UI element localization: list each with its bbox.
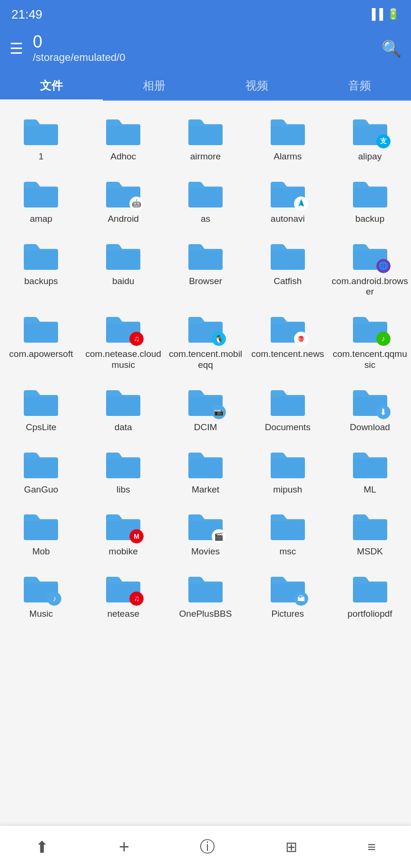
folder-item-com-android-browser[interactable]: 🌐com.android.browser bbox=[329, 230, 411, 304]
tab-files[interactable]: 文件 bbox=[0, 71, 103, 100]
folder-item-as[interactable]: as bbox=[165, 168, 247, 230]
folder-item-browser[interactable]: Browser bbox=[165, 230, 247, 304]
folder-item-movies[interactable]: 🎬Movies bbox=[165, 501, 247, 563]
folder-item-msc[interactable]: msc bbox=[246, 501, 329, 563]
status-icons: ▐▐ 🔋 bbox=[368, 8, 400, 20]
folder-icon bbox=[20, 111, 62, 149]
folder-item-airmore[interactable]: airmore bbox=[165, 106, 247, 168]
folder-icon bbox=[102, 111, 145, 149]
folder-name: msc bbox=[279, 546, 296, 557]
folder-item-android[interactable]: 🤖Android bbox=[82, 168, 165, 230]
folder-icon bbox=[20, 506, 62, 544]
folder-icon bbox=[20, 309, 62, 347]
folder-name: backup bbox=[355, 214, 384, 225]
folder-item-adhoc[interactable]: Adhoc bbox=[82, 106, 165, 168]
grid-button[interactable]: ⊞ bbox=[285, 838, 297, 855]
menu-icon[interactable]: ☰ bbox=[10, 39, 23, 58]
folder-name: Adhoc bbox=[110, 151, 136, 162]
folder-item-netease[interactable]: ♫netease bbox=[82, 563, 165, 625]
folder-item-alarms[interactable]: Alarms bbox=[246, 106, 329, 168]
folder-item-ganguo[interactable]: GanGuo bbox=[0, 439, 82, 501]
folder-item-com-netease-cloudmusic[interactable]: ♫com.netease.cloudmusic bbox=[82, 303, 165, 376]
folder-badge: ♪ bbox=[376, 332, 391, 346]
folder-item-amap[interactable]: amap bbox=[0, 168, 82, 230]
folder-item-com-apowersoft[interactable]: com.apowersoft bbox=[0, 303, 82, 376]
folder-item-backup[interactable]: backup bbox=[329, 168, 411, 230]
folder-name: libs bbox=[117, 484, 130, 495]
folder-badge: 🏔 bbox=[294, 592, 308, 606]
tab-audio[interactable]: 音频 bbox=[308, 71, 411, 100]
folder-name: com.tencent.news bbox=[251, 349, 324, 360]
folder-name: MSDK bbox=[357, 546, 383, 557]
folder-icon: 🎬 bbox=[184, 506, 227, 544]
add-button[interactable]: + bbox=[119, 837, 129, 857]
folder-item-com-tencent-news[interactable]: 腾讯 com.tencent.news bbox=[246, 303, 329, 376]
up-button[interactable]: ⬆ bbox=[35, 838, 49, 857]
folder-item-portfoliopdf[interactable]: portfoliopdf bbox=[329, 563, 411, 625]
folder-icon bbox=[266, 506, 309, 544]
folder-item-libs[interactable]: libs bbox=[82, 439, 165, 501]
header-title-block: 0 /storage/emulated/0 bbox=[33, 33, 125, 64]
folder-badge: 腾讯 bbox=[294, 332, 308, 346]
folder-item-cpslite[interactable]: CpsLite bbox=[0, 376, 82, 439]
folder-item-oneplusbbs[interactable]: OnePlusBBS bbox=[165, 563, 247, 625]
folder-item-mob[interactable]: Mob bbox=[0, 501, 82, 563]
status-bar: 21:49 ▐▐ 🔋 bbox=[0, 0, 411, 29]
folder-icon bbox=[102, 236, 145, 274]
folder-badge bbox=[294, 197, 308, 211]
folder-item-com-tencent-mobileqq[interactable]: 🐧com.tencent.mobileqq bbox=[165, 303, 247, 376]
folder-icon bbox=[102, 444, 145, 483]
folder-item-dcim[interactable]: 📷DCIM bbox=[165, 376, 247, 439]
folder-item-documents[interactable]: Documents bbox=[246, 376, 329, 439]
folder-name: Mob bbox=[32, 546, 50, 557]
list-button[interactable]: ≡ bbox=[368, 839, 376, 855]
folder-item-data[interactable]: data bbox=[82, 376, 165, 439]
header: ☰ 0 /storage/emulated/0 🔍 bbox=[0, 29, 411, 71]
folder-badge: 支 bbox=[376, 134, 391, 148]
tab-albums[interactable]: 相册 bbox=[103, 71, 206, 100]
folder-item-backups[interactable]: backups bbox=[0, 230, 82, 304]
battery-icon: 🔋 bbox=[387, 8, 400, 20]
folder-item-pictures[interactable]: 🏔Pictures bbox=[246, 563, 329, 625]
folder-name: Download bbox=[350, 422, 390, 433]
folder-item-alipay[interactable]: 支alipay bbox=[329, 106, 411, 168]
folder-item-1[interactable]: 1 bbox=[0, 106, 82, 168]
folder-icon bbox=[20, 174, 62, 212]
folder-item-music[interactable]: ♪Music bbox=[0, 563, 82, 625]
folder-badge: ⬇ bbox=[376, 405, 391, 419]
folder-item-com-tencent-qqmusic[interactable]: ♪com.tencent.qqmusic bbox=[329, 303, 411, 376]
folder-item-ml[interactable]: ML bbox=[329, 439, 411, 501]
folder-name: backups bbox=[24, 276, 58, 287]
folder-icon bbox=[349, 506, 391, 544]
folder-name: com.netease.cloudmusic bbox=[85, 349, 162, 371]
folder-icon: 腾讯 bbox=[266, 309, 309, 347]
info-button[interactable]: ⓘ bbox=[200, 837, 215, 858]
folder-icon: ♪ bbox=[20, 569, 62, 607]
folder-item-catfish[interactable]: Catfish bbox=[246, 230, 329, 304]
folder-icon bbox=[20, 382, 62, 420]
folder-item-download[interactable]: ⬇Download bbox=[329, 376, 411, 439]
folder-icon: 🤖 bbox=[102, 174, 145, 212]
tab-videos[interactable]: 视频 bbox=[206, 71, 308, 100]
folder-name: OnePlusBBS bbox=[179, 609, 232, 620]
folder-item-autonavi[interactable]: autonavi bbox=[246, 168, 329, 230]
folder-icon: 🐧 bbox=[184, 309, 227, 347]
folder-item-msdk[interactable]: MSDK bbox=[329, 501, 411, 563]
folder-name: baidu bbox=[112, 276, 135, 287]
folder-item-mobike[interactable]: Mmobike bbox=[82, 501, 165, 563]
folder-icon: ♪ bbox=[349, 309, 391, 347]
folder-name: airmore bbox=[190, 151, 221, 162]
folder-icon: M bbox=[102, 506, 145, 544]
folder-item-market[interactable]: Market bbox=[165, 439, 247, 501]
folder-icon bbox=[266, 174, 309, 212]
file-grid: 1 Adhoc airmore Alarms 支alipay amap 🤖And… bbox=[0, 101, 411, 827]
folder-item-mipush[interactable]: mipush bbox=[246, 439, 329, 501]
folder-name: 1 bbox=[39, 151, 44, 162]
folder-badge: 📷 bbox=[212, 405, 226, 419]
search-button[interactable]: 🔍 bbox=[382, 39, 401, 58]
bottom-bar: ⬆ + ⓘ ⊞ ≡ bbox=[0, 825, 411, 868]
folder-icon bbox=[184, 444, 227, 483]
folder-item-baidu[interactable]: baidu bbox=[82, 230, 165, 304]
folder-name: DCIM bbox=[194, 422, 217, 433]
folder-icon bbox=[266, 236, 309, 274]
